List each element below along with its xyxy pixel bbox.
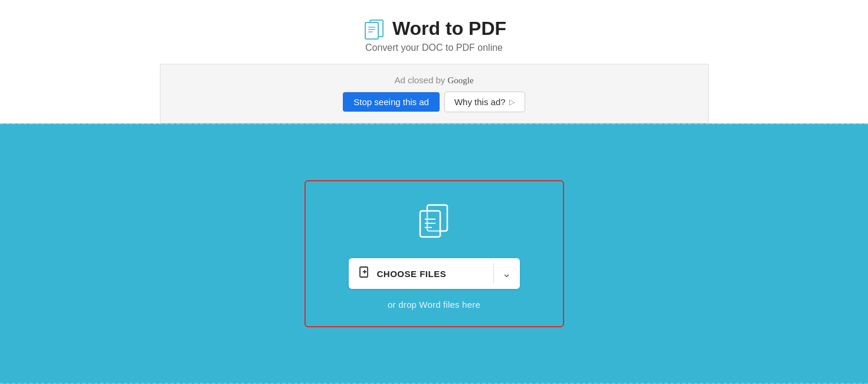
stop-seeing-ad-button[interactable]: Stop seeing this ad bbox=[343, 92, 440, 112]
ad-closed-text: Ad closed by Google bbox=[394, 75, 473, 86]
main-drop-area[interactable]: CHOOSE FILES ⌄ or drop Word files here bbox=[0, 123, 868, 384]
document-icon-area bbox=[411, 200, 458, 248]
page-header: Word to PDF Convert your DOC to PDF onli… bbox=[362, 0, 506, 64]
ad-buttons: Stop seeing this ad Why this ad? ▷ bbox=[343, 92, 525, 112]
why-ad-label: Why this ad? bbox=[454, 97, 506, 107]
ad-section: Ad closed by Google Stop seeing this ad … bbox=[160, 64, 709, 123]
google-text: Google bbox=[447, 76, 473, 85]
page-title: Word to PDF bbox=[392, 18, 506, 40]
svg-rect-1 bbox=[365, 22, 378, 39]
play-icon: ▷ bbox=[509, 97, 515, 106]
choose-files-label: CHOOSE FILES bbox=[377, 269, 447, 279]
chevron-down-icon: ⌄ bbox=[502, 267, 511, 280]
choose-files-button-row[interactable]: CHOOSE FILES ⌄ bbox=[349, 258, 520, 289]
word-to-pdf-icon bbox=[362, 17, 385, 40]
page-subtitle: Convert your DOC to PDF online bbox=[365, 43, 503, 53]
drop-zone[interactable]: CHOOSE FILES ⌄ or drop Word files here bbox=[304, 180, 564, 327]
choose-files-dropdown-button[interactable]: ⌄ bbox=[494, 258, 520, 289]
title-row: Word to PDF bbox=[362, 17, 506, 40]
drop-hint-text: or drop Word files here bbox=[388, 300, 480, 310]
choose-files-button[interactable]: CHOOSE FILES bbox=[349, 258, 493, 289]
add-file-icon bbox=[358, 266, 371, 282]
why-this-ad-button[interactable]: Why this ad? ▷ bbox=[444, 92, 525, 112]
